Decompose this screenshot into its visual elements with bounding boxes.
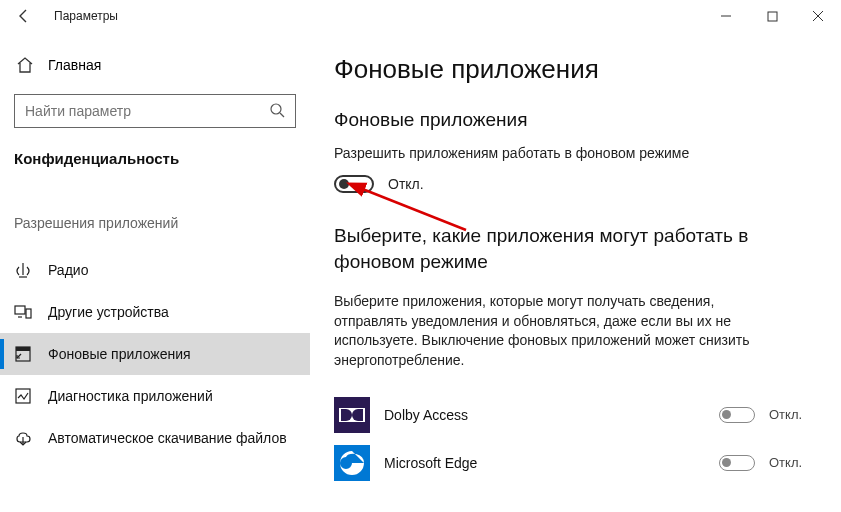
app-row-edge: Microsoft Edge Откл. xyxy=(334,439,817,487)
diagnostics-icon xyxy=(14,387,32,405)
titlebar: Параметры xyxy=(0,0,841,32)
allow-background-label: Разрешить приложениям работать в фоновом… xyxy=(334,145,817,161)
microsoft-edge-icon xyxy=(334,445,370,481)
toggle-knob xyxy=(339,179,349,189)
sidebar-item-label: Автоматическое скачивание файлов xyxy=(48,430,287,446)
search-input[interactable] xyxy=(25,103,269,119)
devices-icon xyxy=(14,303,32,321)
home-icon xyxy=(16,56,34,74)
search-box[interactable] xyxy=(14,94,296,128)
sidebar-item-app-diagnostics[interactable]: Диагностика приложений xyxy=(0,375,310,417)
sidebar-item-auto-download[interactable]: Автоматическое скачивание файлов xyxy=(0,417,310,459)
svg-rect-14 xyxy=(16,389,30,403)
back-button[interactable] xyxy=(12,4,36,28)
nav-list: Радио Другие устройства Фоновые приложен… xyxy=(0,249,310,459)
window-title: Параметры xyxy=(54,9,118,23)
search-icon xyxy=(269,102,285,121)
maximize-button[interactable] xyxy=(749,0,795,32)
svg-rect-8 xyxy=(15,306,25,314)
app-name: Dolby Access xyxy=(384,407,705,423)
main-content: Фоновые приложения Фоновые приложения Ра… xyxy=(310,32,841,512)
app-toggle-dolby[interactable] xyxy=(719,407,755,423)
download-icon xyxy=(14,429,32,447)
allow-background-toggle-row: Откл. xyxy=(334,175,817,193)
sidebar-item-label: Другие устройства xyxy=(48,304,169,320)
svg-line-5 xyxy=(280,113,284,117)
radio-icon xyxy=(14,261,32,279)
dolby-access-icon xyxy=(334,397,370,433)
app-state: Откл. xyxy=(769,407,817,422)
sidebar-item-other-devices[interactable]: Другие устройства xyxy=(0,291,310,333)
svg-rect-12 xyxy=(16,347,30,351)
svg-line-13 xyxy=(17,354,21,358)
section-title: Фоновые приложения xyxy=(334,109,817,131)
sidebar-item-radio[interactable]: Радио xyxy=(0,249,310,291)
group-header: Разрешения приложений xyxy=(14,215,296,231)
page-title: Фоновые приложения xyxy=(334,54,817,85)
svg-point-4 xyxy=(271,104,281,114)
app-name: Microsoft Edge xyxy=(384,455,705,471)
choose-apps-description: Выберите приложения, которые могут получ… xyxy=(334,292,764,370)
svg-rect-9 xyxy=(26,309,31,318)
app-row-dolby: Dolby Access Откл. xyxy=(334,391,817,439)
background-apps-icon xyxy=(14,345,32,363)
svg-rect-1 xyxy=(768,12,777,21)
app-state: Откл. xyxy=(769,455,817,470)
close-button[interactable] xyxy=(795,0,841,32)
home-label: Главная xyxy=(48,57,101,73)
app-toggle-edge[interactable] xyxy=(719,455,755,471)
allow-background-toggle[interactable] xyxy=(334,175,374,193)
choose-apps-title: Выберите, какие приложения могут работат… xyxy=(334,223,764,274)
sidebar-item-label: Радио xyxy=(48,262,88,278)
sidebar-item-label: Диагностика приложений xyxy=(48,388,213,404)
sidebar-item-label: Фоновые приложения xyxy=(48,346,191,362)
category-header: Конфиденциальность xyxy=(14,150,296,167)
minimize-button[interactable] xyxy=(703,0,749,32)
sidebar-item-background-apps[interactable]: Фоновые приложения xyxy=(0,333,310,375)
allow-background-state: Откл. xyxy=(388,176,424,192)
window-controls xyxy=(703,0,841,32)
sidebar: Главная Конфиденциальность Разрешения пр… xyxy=(0,32,310,512)
home-nav[interactable]: Главная xyxy=(14,54,296,76)
